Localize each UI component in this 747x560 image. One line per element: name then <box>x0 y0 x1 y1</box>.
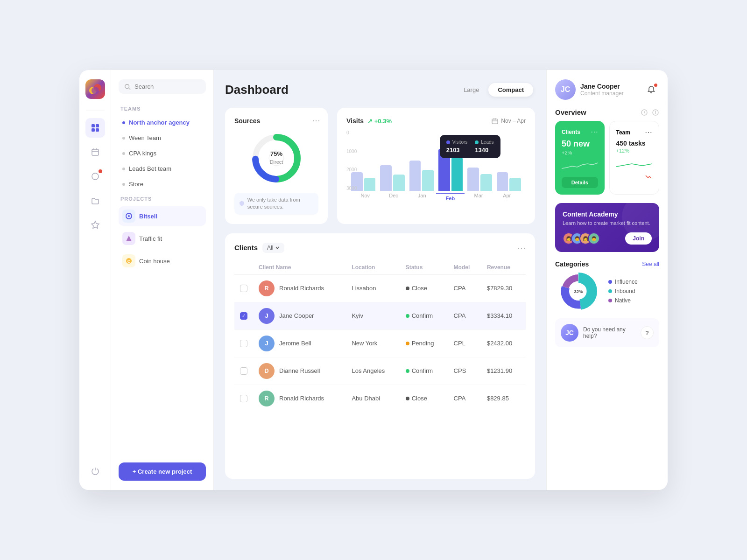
icon-sidebar <box>79 70 111 490</box>
bar-cyan-feb <box>451 157 463 191</box>
cat-item-native: Native <box>608 297 638 304</box>
overview-title: Overview <box>555 108 659 116</box>
team-item-north-anchor[interactable]: North anchor agency <box>119 116 206 129</box>
search-input[interactable] <box>134 83 200 90</box>
team-dot <box>122 137 125 140</box>
sidebar-icon-star[interactable] <box>85 215 105 235</box>
visits-change: ↗ +0.3% <box>367 118 392 125</box>
chart-bars <box>346 130 526 191</box>
refresh-icon[interactable] <box>641 109 648 116</box>
svg-rect-3 <box>92 124 95 127</box>
view-toggle: Large Compact <box>452 81 535 98</box>
row-checkbox-2[interactable] <box>240 312 247 320</box>
svg-rect-7 <box>92 149 99 155</box>
status-cell: Confirm <box>400 302 448 329</box>
academy-avatars: 👩 👨 👩 👨 <box>563 232 600 245</box>
client-avatar: D <box>259 363 275 379</box>
team-item-ween[interactable]: Ween Team <box>119 132 206 144</box>
clients-filter[interactable]: All <box>262 243 284 253</box>
project-item-coin-house[interactable]: C Coin house <box>119 251 206 271</box>
overview-section: Overview Clients ⋯ 50 new +2% <box>555 108 659 195</box>
profile-name: Jane Cooper <box>580 83 639 90</box>
chevron-down-icon <box>275 245 280 250</box>
ov-card-header: Team ⋯ <box>616 128 653 137</box>
sidebar-icon-grid[interactable] <box>85 118 105 138</box>
clients-header: Clients All ⋯ <box>234 243 526 253</box>
clients-menu-btn[interactable]: ⋯ <box>517 243 526 253</box>
sources-card: Sources ⋯ 75% Direct <box>225 108 328 224</box>
categories-legend: Influence Inbound Native <box>608 279 638 304</box>
sidebar-icon-power[interactable] <box>85 461 105 481</box>
svg-rect-22 <box>492 119 498 124</box>
chart-label-jan: Jan <box>408 193 436 201</box>
see-all-link[interactable]: See all <box>642 261 659 267</box>
team-item-cpa[interactable]: CPA kings <box>119 147 206 160</box>
svg-rect-5 <box>92 128 95 132</box>
details-button[interactable]: Details <box>562 177 598 188</box>
right-panel: JC Jane Cooper Content manager Overview <box>546 70 668 490</box>
ov-card-menu[interactable]: ⋯ <box>591 127 598 136</box>
toggle-compact[interactable]: Compact <box>488 83 533 97</box>
bar-group-feb <box>438 149 463 191</box>
svg-point-2 <box>92 87 99 94</box>
search-box[interactable] <box>119 79 206 94</box>
client-avatar: J <box>259 336 275 351</box>
svg-rect-4 <box>96 124 99 127</box>
project-item-bitsell[interactable]: Bitsell <box>119 206 206 226</box>
project-icon-traffic <box>122 232 135 245</box>
projects-section-label: PROJECTS <box>119 196 206 202</box>
notification-button[interactable] <box>643 82 659 98</box>
categories-header: Categories See all <box>555 260 659 268</box>
svg-point-28 <box>655 111 656 112</box>
bar-blue-mar <box>467 168 479 191</box>
client-name-cell: J Jane Cooper <box>259 308 340 324</box>
bar-cyan-mar <box>480 174 492 191</box>
team-dot <box>122 183 125 186</box>
bar-blue-feb <box>438 149 450 191</box>
cat-item-influence: Influence <box>608 279 638 285</box>
team-item-store[interactable]: Store <box>119 178 206 190</box>
sidebar-icon-calendar[interactable] <box>85 142 105 162</box>
client-avatar: R <box>259 391 275 406</box>
chart-label-mar: Mar <box>465 193 493 201</box>
ov-card-menu[interactable]: ⋯ <box>645 128 652 137</box>
visits-title: Visits ↗ +0.3% <box>346 117 392 125</box>
chart-label-nov: Nov <box>351 193 380 201</box>
row-checkbox-4[interactable] <box>240 367 247 375</box>
help-text: Do you need any help? <box>583 326 636 339</box>
team-item-leads[interactable]: Leads Bet team <box>119 162 206 175</box>
info-icon[interactable] <box>652 109 659 116</box>
chart-labels: Nov Dec Jan Feb Mar Apr <box>346 191 526 201</box>
ov-card-header: Clients ⋯ <box>562 127 598 136</box>
search-icon <box>124 84 131 90</box>
bar-cyan-apr <box>509 178 521 191</box>
client-avatar: R <box>259 280 275 296</box>
academy-avatar: 👨 <box>588 232 600 245</box>
team-dot <box>122 152 125 155</box>
sidebar-icon-folder[interactable] <box>85 191 105 210</box>
calendar-icon <box>492 118 498 124</box>
toggle-large[interactable]: Large <box>454 83 488 97</box>
dashboard-title: Dashboard <box>225 83 443 97</box>
help-button[interactable]: ? <box>641 326 654 339</box>
overview-clients-card: Clients ⋯ 50 new +2% Details <box>555 121 605 195</box>
sidebar-icon-circle[interactable] <box>85 167 105 186</box>
main-content: Dashboard Large Compact Sources ⋯ <box>214 70 546 490</box>
row-checkbox-3[interactable] <box>240 340 247 347</box>
categories-donut-svg: 32% <box>555 273 602 310</box>
row-checkbox-5[interactable] <box>240 395 247 402</box>
cat-item-inbound: Inbound <box>608 288 638 294</box>
help-avatar: JC <box>561 324 578 342</box>
col-revenue: Revenue <box>481 260 526 275</box>
sources-card-menu[interactable]: ⋯ <box>312 115 320 126</box>
client-name-cell: J Jerome Bell <box>259 336 340 351</box>
team-dot <box>122 168 125 170</box>
row-checkbox-1[interactable] <box>240 285 247 292</box>
project-icon-coin: C <box>122 254 135 267</box>
client-name-cell: R Ronald Richards <box>259 280 340 296</box>
create-project-button[interactable]: + Create new project <box>119 462 206 481</box>
dashboard-header: Dashboard Large Compact <box>225 81 535 98</box>
project-item-traffic-fit[interactable]: Traffic fit <box>119 229 206 248</box>
chart-area: Visitors 2103 Leads 1340 3000200010000 <box>346 130 526 205</box>
status-cell: Confirm <box>400 357 448 385</box>
